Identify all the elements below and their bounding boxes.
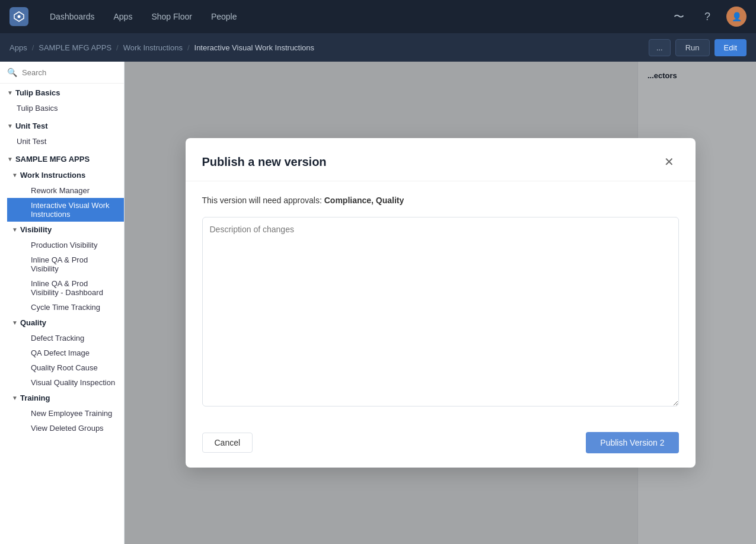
help-icon[interactable]: ? (698, 7, 717, 26)
work-instructions-arrow: ▼ (12, 172, 18, 178)
more-button[interactable]: ... (649, 39, 671, 56)
breadcrumb-actions: ... Run Edit (649, 39, 747, 56)
publish-modal: Publish a new version ✕ This version wil… (186, 138, 696, 468)
sidebar-group-tulip-basics-header[interactable]: ▼ Tulip Basics (0, 85, 124, 101)
breadcrumb-apps[interactable]: Apps (9, 43, 27, 52)
sidebar-item-visual-quality[interactable]: Visual Quality Inspection (7, 375, 124, 390)
sidebar-item-new-employee-training[interactable]: New Employee Training (7, 406, 124, 421)
activity-icon[interactable]: 〜 (669, 7, 688, 26)
description-textarea[interactable] (202, 217, 679, 407)
sidebar-group-unit-test-header[interactable]: ▼ Unit Test (0, 118, 124, 134)
nav-right: 〜 ? 👤 (669, 7, 747, 27)
nav-apps[interactable]: Apps (107, 8, 140, 25)
sidebar-item-unit-test[interactable]: Unit Test (0, 134, 124, 149)
sidebar-item-production-visibility[interactable]: Production Visibility (7, 238, 124, 252)
user-avatar[interactable]: 👤 (726, 7, 747, 27)
sidebar-group-sample-mfg: ▼ SAMPLE MFG APPS ▼ Work Instructions Re… (0, 150, 124, 437)
sidebar-group-unit-test: ▼ Unit Test Unit Test (0, 117, 124, 150)
search-icon: 🔍 (7, 68, 17, 77)
logo (9, 7, 28, 26)
breadcrumb-current: Interactive Visual Work Instructions (194, 43, 315, 52)
unit-test-label: Unit Test (15, 121, 48, 130)
sidebar-item-qa-defect-image[interactable]: QA Defect Image (7, 345, 124, 360)
content-area: ...ectors ...VALS Publish ... Publish a … (125, 62, 756, 544)
nav-people[interactable]: People (204, 8, 244, 25)
sample-mfg-label: SAMPLE MFG APPS (15, 155, 90, 164)
breadcrumb-sample-mfg[interactable]: SAMPLE MFG APPS (39, 43, 111, 52)
publish-version-button[interactable]: Publish Version 2 (586, 432, 678, 453)
subgroup-visibility: ▼ Visibility Production Visibility Inlin… (0, 222, 124, 315)
sidebar-item-interactive-visual[interactable]: Interactive Visual Work Instructions (7, 198, 124, 222)
svg-point-1 (18, 15, 21, 18)
sample-mfg-arrow: ▼ (7, 156, 13, 162)
modal-title: Publish a new version (202, 155, 327, 169)
unit-test-arrow: ▼ (7, 123, 13, 129)
breadcrumb-sep-3: / (187, 43, 190, 52)
breadcrumb-sep-2: / (116, 43, 119, 52)
sidebar-item-tulip-basics[interactable]: Tulip Basics (0, 101, 124, 116)
top-navigation: Dashboards Apps Shop Floor People 〜 ? 👤 (0, 0, 756, 33)
subgroup-quality: ▼ Quality Defect Tracking QA Defect Imag… (0, 315, 124, 390)
breadcrumb-sep-1: / (32, 43, 34, 52)
sidebar-item-view-deleted[interactable]: View Deleted Groups (7, 421, 124, 436)
sidebar-item-rework-manager[interactable]: Rework Manager (7, 183, 124, 198)
sidebar-item-quality-root-cause[interactable]: Quality Root Cause (7, 360, 124, 375)
visibility-header[interactable]: ▼ Visibility (7, 222, 124, 238)
work-instructions-header[interactable]: ▼ Work Instructions (7, 167, 124, 183)
nav-dashboards[interactable]: Dashboards (43, 8, 102, 25)
cancel-button[interactable]: Cancel (202, 433, 253, 453)
nav-items: Dashboards Apps Shop Floor People (43, 8, 655, 25)
modal-overlay: Publish a new version ✕ This version wil… (125, 62, 756, 544)
approvals-values: Compliance, Quality (324, 196, 404, 205)
training-header[interactable]: ▼ Training (7, 390, 124, 406)
approvals-text: This version will need approvals: Compli… (202, 196, 679, 205)
sidebar-group-tulip-basics: ▼ Tulip Basics Tulip Basics (0, 84, 124, 117)
nav-shopfloor[interactable]: Shop Floor (144, 8, 199, 25)
modal-footer: Cancel Publish Version 2 (186, 423, 696, 468)
edit-button[interactable]: Edit (714, 39, 747, 56)
modal-header: Publish a new version ✕ (186, 138, 696, 181)
training-arrow: ▼ (12, 395, 18, 401)
run-button[interactable]: Run (675, 39, 710, 56)
breadcrumb-work-instructions[interactable]: Work Instructions (123, 43, 183, 52)
sidebar-item-inline-qa-prod[interactable]: Inline QA & Prod Visibility (7, 252, 124, 276)
quality-label: Quality (20, 318, 46, 327)
search-bar: 🔍 (0, 62, 124, 84)
main-layout: 🔍 ▼ Tulip Basics Tulip Basics ▼ Unit Tes… (0, 62, 756, 544)
search-input[interactable] (22, 68, 117, 77)
visibility-label: Visibility (20, 225, 52, 234)
sidebar-item-cycle-time[interactable]: Cycle Time Tracking (7, 300, 124, 315)
visibility-arrow: ▼ (12, 226, 18, 233)
work-instructions-label: Work Instructions (20, 171, 85, 180)
tulip-basics-arrow: ▼ (7, 89, 13, 96)
subgroup-work-instructions: ▼ Work Instructions Rework Manager Inter… (0, 167, 124, 222)
subgroup-training: ▼ Training New Employee Training View De… (0, 390, 124, 436)
quality-header[interactable]: ▼ Quality (7, 315, 124, 331)
sidebar-item-defect-tracking[interactable]: Defect Tracking (7, 331, 124, 345)
modal-close-button[interactable]: ✕ (660, 152, 679, 171)
breadcrumb-bar: Apps / SAMPLE MFG APPS / Work Instructio… (0, 33, 756, 62)
quality-arrow: ▼ (12, 319, 18, 326)
tulip-basics-label: Tulip Basics (15, 88, 60, 97)
sidebar: 🔍 ▼ Tulip Basics Tulip Basics ▼ Unit Tes… (0, 62, 125, 544)
training-label: Training (20, 393, 50, 402)
modal-body: This version will need approvals: Compli… (186, 181, 696, 423)
sidebar-item-inline-qa-dash[interactable]: Inline QA & Prod Visibility - Dashboard (7, 276, 124, 300)
sidebar-group-sample-mfg-header[interactable]: ▼ SAMPLE MFG APPS (0, 151, 124, 167)
